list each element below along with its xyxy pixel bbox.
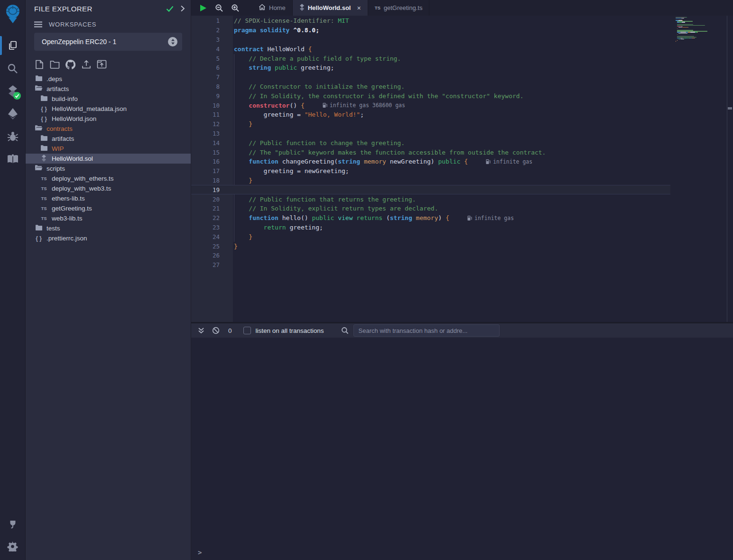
code-line-15[interactable]: 15 // The "public" keyword makes the fun… bbox=[191, 147, 670, 157]
tree-item-getgreeting-ts[interactable]: TSgetGreeting.ts bbox=[26, 203, 191, 213]
tree-item-deploy-with-web3-ts[interactable]: TSdeploy_with_web3.ts bbox=[26, 184, 191, 193]
tree-item-scripts[interactable]: scripts bbox=[26, 164, 191, 174]
minimap[interactable] bbox=[675, 16, 712, 44]
solidity-compiler-icon[interactable] bbox=[0, 80, 26, 102]
code-line-9[interactable]: 9 // In Solidity, the constructor is def… bbox=[191, 91, 670, 101]
line-number: 16 bbox=[191, 158, 220, 165]
tree-item-tests[interactable]: tests bbox=[26, 223, 191, 233]
code-line-2[interactable]: 2pragma solidity ^0.8.0; bbox=[191, 26, 670, 35]
code-editor[interactable]: 1// SPDX-License-Identifier: MIT2pragma … bbox=[191, 16, 733, 322]
json-icon: { } bbox=[40, 106, 48, 112]
code-line-3[interactable]: 3 bbox=[191, 35, 670, 45]
tree-item-build-info[interactable]: build-info bbox=[26, 94, 191, 104]
code-line-16[interactable]: 16 function changeGreeting(string memory… bbox=[191, 157, 670, 166]
listen-transactions-checkbox[interactable] bbox=[243, 327, 251, 334]
code-line-27[interactable]: 27 bbox=[191, 260, 670, 270]
new-file-icon[interactable] bbox=[34, 59, 44, 69]
line-number: 13 bbox=[191, 130, 220, 137]
new-folder-icon[interactable] bbox=[50, 59, 60, 69]
zoom-out-icon[interactable] bbox=[211, 0, 227, 16]
folder-icon bbox=[40, 145, 48, 153]
code-line-21[interactable]: 21 // In Solidity, explicit return types… bbox=[191, 204, 670, 213]
hamburger-icon[interactable] bbox=[34, 21, 42, 28]
file-explorer-icon[interactable] bbox=[0, 34, 26, 57]
code-line-26[interactable]: 26 bbox=[191, 251, 670, 260]
tree-item-web3-lib-ts[interactable]: TSweb3-lib.ts bbox=[26, 213, 191, 223]
workspace-select[interactable]: OpenZeppelin ERC20 - 1 bbox=[34, 33, 182, 51]
gas-estimate: infinite gas bbox=[486, 158, 532, 165]
line-number: 11 bbox=[191, 111, 220, 118]
code-line-14[interactable]: 14 // Public function to change the gree… bbox=[191, 138, 670, 147]
file-tree: .depsartifactsbuild-info{ }HelloWorld_me… bbox=[26, 74, 191, 243]
code-line-7[interactable]: 7 bbox=[191, 73, 670, 82]
upload-folder-icon[interactable] bbox=[97, 59, 107, 69]
code-line-25[interactable]: 25} bbox=[191, 241, 670, 251]
remix-logo[interactable] bbox=[3, 4, 22, 26]
terminal-output[interactable]: > bbox=[191, 338, 733, 560]
code-line-8[interactable]: 8 // Constructor to initialize the greet… bbox=[191, 82, 670, 92]
tab-getgreeting-ts[interactable]: TSgetGreeting.ts bbox=[368, 0, 430, 16]
search-icon[interactable] bbox=[0, 57, 26, 80]
code-line-6[interactable]: 6 string public greeting; bbox=[191, 63, 670, 73]
check-icon[interactable] bbox=[166, 6, 174, 12]
code-line-18[interactable]: 18 } bbox=[191, 176, 670, 185]
tree-item-ethers-lib-ts[interactable]: TSethers-lib.ts bbox=[26, 193, 191, 203]
scrollbar-thumb[interactable] bbox=[728, 107, 732, 110]
tree-item-helloworld-json[interactable]: { }HelloWorld.json bbox=[26, 114, 191, 124]
angle-double-down-icon[interactable] bbox=[197, 327, 205, 334]
tree-item-contracts[interactable]: contracts bbox=[26, 124, 191, 134]
upload-file-icon[interactable] bbox=[81, 59, 91, 69]
code-line-10[interactable]: 10 constructor() {infinite gas 368600 ga… bbox=[191, 101, 670, 110]
ban-icon[interactable] bbox=[212, 327, 220, 334]
code-line-4[interactable]: 4contract HelloWorld { bbox=[191, 44, 670, 54]
book-icon[interactable] bbox=[0, 148, 26, 171]
code-line-11[interactable]: 11 greeting = "Hello, World!"; bbox=[191, 110, 670, 119]
code-line-24[interactable]: 24 } bbox=[191, 232, 670, 241]
file-explorer-toolbar bbox=[26, 51, 191, 73]
code-text: greeting = newGreeting; bbox=[234, 167, 349, 174]
close-icon[interactable]: × bbox=[357, 4, 361, 12]
tree-item-wip[interactable]: WIP bbox=[26, 144, 191, 154]
run-icon[interactable] bbox=[195, 0, 211, 16]
tree-item-artifacts[interactable]: artifacts bbox=[26, 134, 191, 144]
code-line-19[interactable]: 19 bbox=[191, 185, 670, 194]
transaction-search-input[interactable] bbox=[353, 324, 500, 337]
tab-helloworld-sol[interactable]: HelloWorld.sol× bbox=[293, 0, 368, 16]
code-line-17[interactable]: 17 greeting = newGreeting; bbox=[191, 166, 670, 176]
code-line-1[interactable]: 1// SPDX-License-Identifier: MIT bbox=[191, 16, 670, 26]
terminal-prompt: > bbox=[198, 549, 202, 556]
folder-open-icon bbox=[35, 165, 43, 173]
folder-open-icon bbox=[35, 125, 43, 133]
code-line-5[interactable]: 5 // Declare a public field of type stri… bbox=[191, 54, 670, 63]
tree-item-deploy-with-ethers-ts[interactable]: TSdeploy_with_ethers.ts bbox=[26, 174, 191, 184]
line-number: 9 bbox=[191, 92, 220, 100]
zoom-in-icon[interactable] bbox=[227, 0, 243, 16]
settings-icon[interactable] bbox=[0, 534, 26, 557]
tree-item-helloworld-sol[interactable]: HelloWorld.sol bbox=[26, 154, 191, 164]
code-line-20[interactable]: 20 // Public function that returns the g… bbox=[191, 194, 670, 204]
github-icon[interactable] bbox=[65, 59, 75, 69]
deploy-run-icon[interactable] bbox=[0, 102, 26, 125]
tab-home[interactable]: Home bbox=[252, 0, 293, 16]
code-line-13[interactable]: 13 bbox=[191, 129, 670, 138]
tree-item--prettierrc-json[interactable]: { }.prettierrc.json bbox=[26, 233, 191, 243]
tree-item-label: deploy_with_ethers.ts bbox=[52, 175, 114, 182]
code-text: } bbox=[234, 233, 252, 240]
chevron-right-icon[interactable] bbox=[180, 5, 185, 12]
folder-icon bbox=[35, 75, 43, 83]
tree-item--deps[interactable]: .deps bbox=[26, 74, 191, 84]
debugger-icon[interactable] bbox=[0, 125, 26, 148]
tree-item-label: .deps bbox=[46, 75, 62, 83]
plugin-manager-icon[interactable] bbox=[0, 512, 26, 534]
code-line-22[interactable]: 22 function hello() public view returns … bbox=[191, 213, 670, 223]
code-line-23[interactable]: 23 return greeting; bbox=[191, 223, 670, 232]
code-line-12[interactable]: 12 } bbox=[191, 119, 670, 129]
code-text: pragma solidity ^0.8.0; bbox=[234, 27, 319, 34]
ts-icon: TS bbox=[40, 216, 48, 221]
tree-item-artifacts[interactable]: artifacts bbox=[26, 84, 191, 94]
tree-item-helloworld-metadata-json[interactable]: { }HelloWorld_metadata.json bbox=[26, 104, 191, 114]
json-icon: { } bbox=[40, 116, 48, 122]
workspaces-row: WORKSPACES bbox=[26, 17, 191, 31]
gas-estimate: infinite gas bbox=[467, 215, 514, 221]
activity-bar bbox=[0, 0, 26, 560]
